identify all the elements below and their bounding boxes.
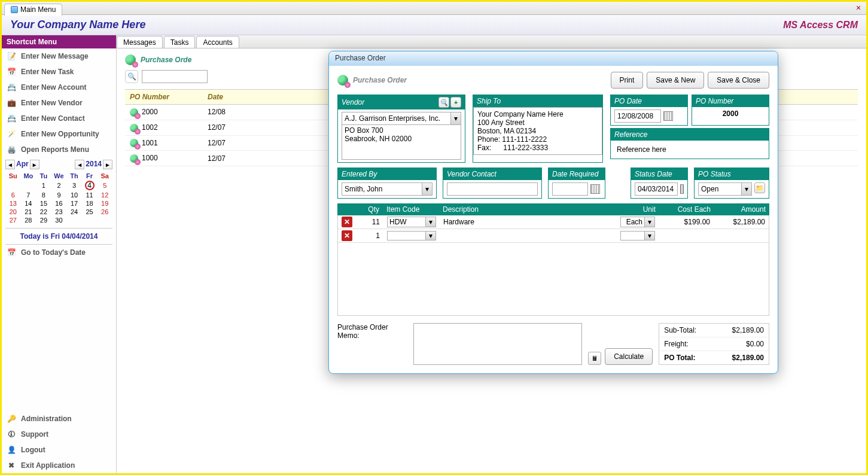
statusdate-input[interactable] [635,182,678,196]
line-row[interactable]: ✕ 11 HDW▾ Hardware Each▾ $199.00 $2,189.… [338,215,769,229]
calendar-day[interactable]: 12 [97,191,112,199]
vendor-name[interactable]: A.J. Garrison Enterprises, Inc. [342,112,450,125]
calendar-day[interactable]: 27 [5,216,21,224]
calendar-icon[interactable] [663,111,673,121]
calendar-day[interactable]: 28 [21,216,36,224]
content-tab[interactable]: Accounts [196,36,239,48]
calendar-day[interactable]: 11 [82,191,98,199]
vendorcontact-input[interactable] [447,182,538,196]
calendar-icon[interactable] [680,184,684,194]
delete-line-button[interactable]: ✕ [342,217,352,227]
sidebar-item[interactable]: 🖨️Open Reports Menu [2,142,116,157]
sidebar-bottom-item[interactable]: ✖Exit Application [2,458,116,473]
calendar-grid[interactable]: SuMoTuWeThFrSa12345678910111213141516171… [5,172,112,224]
print-button[interactable]: Print [611,72,644,89]
line-qty[interactable]: 1 [354,232,383,240]
line-row[interactable]: ✕ 1 ▾ ▾ [338,229,769,243]
sidebar-bottom-item[interactable]: 👤Logout [2,442,116,458]
calendar-day[interactable]: 19 [97,199,112,208]
calendar-day[interactable]: 23 [51,208,67,216]
calendar-day[interactable]: 29 [36,216,51,224]
line-desc[interactable]: Hardware [440,218,617,226]
line-unit[interactable]: Each▾ [617,217,659,227]
vendor-search-button[interactable]: 🔍 [438,97,449,108]
enteredby-input[interactable]: Smith, John [342,182,422,196]
dropdown-button[interactable]: ▾ [422,182,433,196]
calendar-day[interactable]: 26 [97,208,112,216]
calendar-icon[interactable] [590,184,600,194]
sidebar-bottom-item[interactable]: 🛈Support [2,427,116,442]
delete-line-button[interactable]: ✕ [342,230,352,241]
calendar-day[interactable]: 1 [36,180,51,191]
cal-prev-button[interactable]: ◄ [5,160,15,169]
calendar-day[interactable]: 30 [51,216,67,224]
podate-input[interactable] [614,109,661,123]
calculate-button[interactable]: Calculate [605,348,653,365]
calendar-day[interactable]: 7 [21,191,36,199]
line-code[interactable]: HDW▾ [383,217,440,227]
sidebar-item[interactable]: 📇Enter New Account [2,80,116,95]
calendar-day[interactable]: 6 [5,191,21,199]
dropdown-button[interactable]: ▾ [741,182,752,196]
calculator-icon[interactable]: 🖩 [588,352,601,365]
sidebar-title: Shortcut Menu [2,35,116,48]
calendar-day[interactable] [21,180,36,191]
sidebar-goto-today[interactable]: 📅 Go to Today's Date [2,245,116,260]
dropdown-button[interactable]: ▾ [425,217,436,227]
dropdown-button[interactable]: ▾ [425,231,436,240]
sidebar-item[interactable]: 📅Enter New Task [2,64,116,80]
vendor-dropdown-button[interactable]: ▾ [450,112,461,125]
sidebar-item[interactable]: 📝Enter New Message [2,48,116,64]
sidebar-bottom-item[interactable]: 🔑Administration [2,411,116,427]
line-unit[interactable]: ▾ [617,231,659,240]
folder-button[interactable]: 📁 [754,182,765,193]
calendar-day[interactable]: 5 [97,180,112,191]
calendar-day[interactable]: 24 [66,208,82,216]
cal-next-button[interactable]: ► [30,160,39,169]
calendar-day[interactable] [82,216,98,224]
content-tab[interactable]: Tasks [164,36,196,48]
calendar-day[interactable]: 10 [66,191,82,199]
calendar-day[interactable]: 9 [51,191,67,199]
calendar-day[interactable]: 4 [82,180,98,191]
reference-input[interactable] [614,144,765,156]
calendar-day[interactable]: 21 [21,208,36,216]
col-date[interactable]: Date [203,90,239,105]
calendar-day[interactable] [5,180,21,191]
calendar-day[interactable]: 18 [82,199,98,208]
calendar-day[interactable]: 25 [82,208,98,216]
memo-textarea[interactable] [413,323,582,365]
tab-main-menu[interactable]: Main Menu [4,4,62,16]
sidebar-item[interactable]: 🪄Enter New Opportunity [2,126,116,142]
calendar-day[interactable]: 8 [36,191,51,199]
save-new-button[interactable]: Save & New [647,72,704,89]
calendar-day[interactable]: 2 [51,180,67,191]
calendar-day[interactable] [66,216,82,224]
calendar-day[interactable]: 13 [5,199,21,208]
calendar-day[interactable]: 16 [51,199,67,208]
daterequired-panel: Date Required [548,168,605,199]
calendar-day[interactable]: 20 [5,208,21,216]
daterequired-input[interactable] [552,182,588,196]
calendar-day[interactable]: 3 [66,180,82,191]
line-code[interactable]: ▾ [383,231,440,240]
calendar-day[interactable]: 17 [66,199,82,208]
sidebar-item-label: Enter New Contact [21,114,85,123]
postatus-input[interactable]: Open [698,182,741,196]
vendor-add-button[interactable]: + [450,97,461,108]
save-close-button[interactable]: Save & Close [708,72,769,89]
calendar-day[interactable]: 22 [36,208,51,216]
sidebar-item[interactable]: 💼Enter New Vendor [2,95,116,111]
sidebar-item[interactable]: 📇Enter New Contact [2,111,116,126]
calendar-day[interactable]: 14 [21,199,36,208]
line-qty[interactable]: 11 [354,218,383,226]
close-icon[interactable]: × [854,4,863,13]
search-button[interactable]: 🔍 [125,70,138,83]
cal-year-prev-button[interactable]: ◄ [75,160,84,169]
cal-year-next-button[interactable]: ► [103,160,112,169]
calendar-day[interactable]: 15 [36,199,51,208]
col-po-number[interactable]: PO Number [125,90,203,105]
calendar-day[interactable] [97,216,112,224]
content-tab[interactable]: Messages [117,36,163,48]
search-input[interactable] [142,70,208,83]
